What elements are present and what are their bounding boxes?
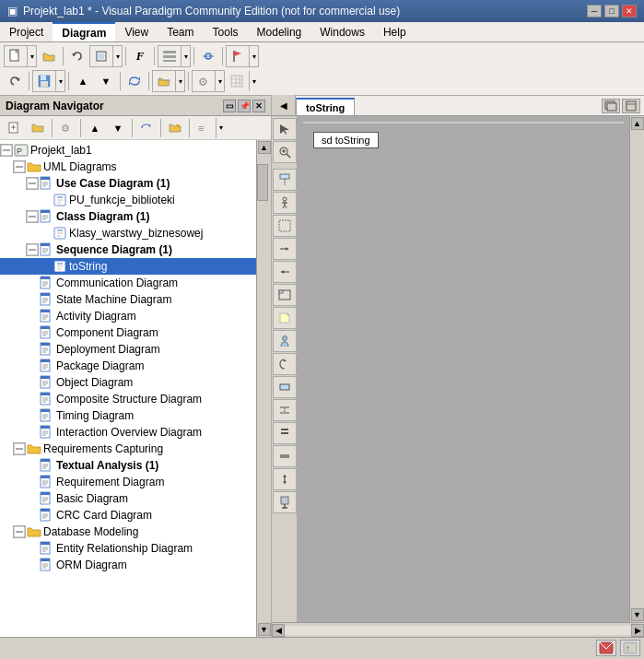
tree-item-ta[interactable]: Textual Analysis (1) [0,457,256,474]
panel-down-btn[interactable]: ▼ [107,118,129,138]
arrow-left-btn[interactable] [273,261,297,283]
pin-btn[interactable] [273,491,297,513]
new-arrow[interactable]: ▾ [27,46,36,66]
connect-btn[interactable] [273,399,297,421]
tree-expander-dbm[interactable] [13,525,26,538]
tree-item-orm[interactable]: ORM Diagram [0,557,256,573]
tree-item-rc[interactable]: Requirements Capturing [0,441,256,457]
scroll-up-btn[interactable]: ▲ [258,141,271,154]
folder-arrow[interactable]: ▾ [175,71,184,91]
menu-tools[interactable]: Tools [204,22,248,41]
boundary-btn[interactable] [273,215,297,237]
folder-open-btn[interactable] [153,71,175,91]
menu-diagram[interactable]: Diagram [53,22,115,41]
status-email-icon[interactable] [596,640,616,656]
tree-item-act[interactable]: Activity Diagram [0,308,256,324]
tree-expander-uml[interactable] [13,160,26,173]
diagram-scrollbar-v[interactable]: ▲ ▼ [629,116,644,622]
diagram-scroll-down[interactable]: ▼ [631,608,644,621]
tree-item-erd[interactable]: Entity Relationship Diagram [0,540,256,557]
tree-item-pu[interactable]: PU_funkcje_biblioteki [0,192,256,208]
tree-expander-cd[interactable] [26,210,39,223]
grid-btn[interactable] [226,71,248,91]
cursor-tool-btn[interactable] [273,118,297,140]
tree-expander-root[interactable] [0,144,13,157]
tab-expand-btn[interactable] [622,99,640,113]
panel-new-btn[interactable] [4,118,26,138]
tree-item-kl[interactable]: Klasy_warstwy_biznesowej [0,225,256,241]
menu-help[interactable]: Help [374,22,416,41]
scroll-thumb[interactable] [257,164,268,201]
panel-restore-btn[interactable]: ▭ [223,100,236,112]
tree-item-comm[interactable]: Communication Diagram [0,275,256,291]
menu-team[interactable]: Team [158,22,203,41]
diagram-scroll-left[interactable]: ◀ [272,624,285,637]
panel-reload-btn[interactable] [135,118,158,138]
panel-more-btn[interactable]: ≡ [193,118,215,138]
tree-item-dep[interactable]: Deployment Diagram [0,341,256,358]
save-btn[interactable] [33,71,55,91]
layout-btn[interactable] [158,46,181,66]
tree-item-iod[interactable]: Interaction Overview Diagram [0,424,256,441]
tree-expander-rc[interactable] [13,442,26,455]
panel-close-btn[interactable]: ✕ [252,100,265,112]
tree-item-uc[interactable]: Use Case Diagram (1) [0,175,256,192]
panel-folder-btn[interactable] [27,118,49,138]
close-button[interactable]: ✕ [622,5,637,18]
tree-item-dbm[interactable]: Database Modeling [0,524,256,540]
menu-modeling[interactable]: Modeling [248,22,311,41]
up-arrow-btn[interactable]: ▲ [72,71,94,91]
diagram-scroll-up[interactable]: ▲ [631,117,644,130]
arc-btn[interactable] [273,353,297,375]
status-update-icon[interactable]: ↑ [620,640,640,656]
redo-button[interactable] [4,71,26,91]
menu-project[interactable]: Project [0,22,53,41]
tab-restore-btn[interactable] [602,99,620,113]
arrow-up-down-btn[interactable] [273,468,297,490]
panel-more-arrow[interactable]: ▾ [216,118,225,138]
settings-arrow[interactable]: ▾ [215,71,224,91]
diagram-tab-toString[interactable]: toString [296,98,355,115]
layout-arrow[interactable]: ▾ [181,46,190,66]
diagram-canvas[interactable]: sd toString [303,122,624,124]
tree-item-cd[interactable]: Class Diagram (1) [0,208,256,225]
panel-filter-btn[interactable]: ⚙ [55,118,77,138]
tree-item-sd[interactable]: Sequence Diagram (1) [0,241,256,258]
save-arrow[interactable]: ▾ [55,71,64,91]
tree-item-comp[interactable]: Component Diagram [0,324,256,341]
tree-item-csd[interactable]: Composite Structure Diagram [0,391,256,407]
tree-item-tim[interactable]: Timing Diagram [0,407,256,424]
settings-btn[interactable]: ⚙ [193,71,215,91]
toolbar-arrow-2[interactable]: ▾ [112,46,122,66]
scroll-down-btn[interactable]: ▼ [258,623,271,636]
tree-item-obj[interactable]: Object Diagram [0,374,256,391]
tree-item-smd[interactable]: State Machine Diagram [0,291,256,308]
menu-windows[interactable]: Windows [310,22,374,41]
undo-button[interactable] [66,46,88,66]
tree-item-ts[interactable]: toString [0,258,256,275]
tree-item-rd[interactable]: Requirement Diagram [0,474,256,490]
tree-item-uml[interactable]: UML Diagrams [0,159,256,175]
open-button[interactable] [38,46,60,66]
diagram-scroll-right[interactable]: ▶ [631,624,644,637]
minimize-button[interactable]: ─ [587,5,602,18]
toolbar-btn-a[interactable] [90,46,112,66]
join-btn[interactable] [273,445,297,467]
tree-expander-uc[interactable] [26,177,39,190]
menu-view[interactable]: View [115,22,158,41]
tab-scroll-left[interactable]: ◀ [272,95,296,115]
tree-item-pkg[interactable]: Package Diagram [0,358,256,374]
box-btn[interactable] [273,376,297,398]
maximize-button[interactable]: □ [604,5,619,18]
down-arrow-btn[interactable]: ▼ [95,71,117,91]
tree-item-crc[interactable]: CRC Card Diagram [0,507,256,524]
link-btn[interactable] [197,46,219,66]
panel-up-btn[interactable]: ▲ [84,118,106,138]
tree-item-bd[interactable]: Basic Diagram [0,490,256,507]
panel-pin-btn[interactable]: 📌 [238,100,251,112]
fragment-btn[interactable] [273,284,297,306]
panel-folder2-btn[interactable] [164,118,186,138]
diagram-scrollbar-h[interactable]: ◀ ▶ [272,622,644,637]
lifeline-btn[interactable] [273,169,297,191]
actor-btn[interactable] [273,192,297,214]
